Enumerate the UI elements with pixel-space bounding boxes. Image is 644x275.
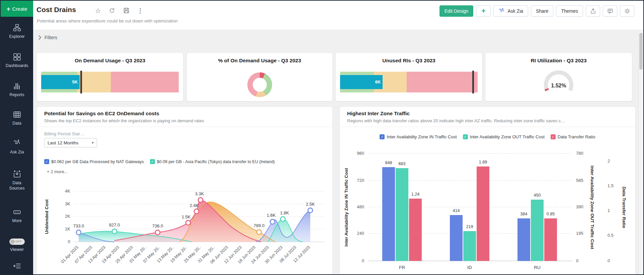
bar-fr-out[interactable] [396, 168, 408, 261]
bar-value: 683 [399, 161, 406, 166]
legend-more-link[interactable]: + 2 more... [47, 169, 68, 174]
plus-icon: + [6, 6, 10, 12]
data-point[interactable] [257, 230, 261, 234]
legend-item-tokyo-ireland[interactable]: ✓ $0.09 per GB - Asia Pacific (Tokyo) da… [150, 159, 275, 164]
y-tick-right-out: 585 [576, 178, 583, 183]
point-label: 789.0 [254, 223, 265, 228]
comment-icon [607, 8, 614, 14]
bullet-band-high [111, 72, 179, 92]
point-label: 1.5K [182, 214, 191, 219]
viewer-toggle[interactable]: OFF [9, 238, 25, 245]
create-label: Create [12, 6, 27, 12]
export-button[interactable] [586, 5, 600, 17]
collapse-sidebar-button[interactable] [1, 262, 33, 270]
sidebar-item-label: Reports [10, 92, 24, 98]
divider [340, 127, 635, 127]
settings-button[interactable] [620, 5, 634, 17]
y-tick-right-ratio: 2 [608, 158, 610, 163]
x-category: RU [534, 265, 541, 270]
sidebar-item-data[interactable]: Data [1, 110, 33, 126]
data-point[interactable] [280, 217, 285, 221]
kpi-card-on-demand-usage[interactable]: On Demand Usage - Q3 2023 5K [37, 53, 183, 101]
vertical-scrollbar[interactable] [638, 30, 643, 274]
data-sources-icon [13, 170, 21, 179]
data-point[interactable] [76, 230, 81, 235]
page-subtitle: Potential areas where expenditure could … [37, 18, 178, 23]
sidebar-item-label: Explorer [9, 34, 25, 40]
x-category: FR [399, 265, 405, 270]
data-point[interactable] [112, 229, 117, 234]
sidebar-item-more[interactable]: More [1, 208, 33, 224]
billing-period-dropdown[interactable]: Last 12 Months ▾ [44, 138, 97, 147]
sidebar-item-label: More [12, 218, 21, 224]
ask-zia-button[interactable]: Ask Zia [493, 5, 528, 17]
chevron-right-icon [38, 35, 42, 40]
panel-subtitle: Regions with high data transfer ratios a… [347, 118, 629, 123]
legend-item-nat-gateways[interactable]: ✓ $0.062 per GB Data Processed by NAT Ga… [44, 159, 144, 164]
dashboards-grid-icon [13, 53, 21, 61]
sidebar-item-explorer[interactable]: Explorer [1, 23, 33, 40]
bar-chart: 960 720 480 240 0 Inter Availability Zon… [340, 144, 635, 275]
point-label: 1.8K [280, 210, 289, 215]
bar-id-ratio[interactable] [477, 166, 489, 261]
y-tick-right-ratio: 0.5 [608, 233, 614, 238]
data-point[interactable] [194, 209, 199, 214]
gear-icon [624, 8, 631, 14]
legend-item-out-traffic[interactable]: ✓ Inter Availability Zone OUT Traffic Co… [463, 134, 545, 139]
refresh-icon[interactable] [108, 7, 115, 14]
data-point[interactable] [198, 198, 203, 202]
create-button[interactable]: + Create [1, 1, 33, 17]
bullet-measure-bar: 6K [340, 75, 383, 89]
filters-toggle[interactable]: Filters [38, 35, 57, 40]
legend-label: Data Transfer Ratio [558, 134, 595, 139]
data-point[interactable] [270, 219, 275, 224]
bar-id-in[interactable] [450, 215, 463, 261]
y-tick-left: 0 [362, 258, 364, 263]
add-button[interactable]: + [476, 5, 491, 17]
bar-fr-in[interactable] [382, 167, 395, 261]
card-title: On Demand Usage - Q3 2023 [37, 58, 183, 64]
bar-value: 450 [534, 193, 541, 198]
y-tick-left: 960 [357, 151, 364, 156]
data-point[interactable] [155, 230, 160, 235]
data-point[interactable] [186, 220, 190, 225]
bullet-chart: 5K [41, 72, 179, 92]
series-legend: ✓ Inter Availability Zone IN Traffic Cos… [340, 134, 635, 139]
themes-button[interactable]: Themes [556, 5, 583, 17]
dropdown-value: Last 12 Months [48, 140, 78, 145]
bar-ru-in[interactable] [517, 218, 530, 261]
favorite-star-icon[interactable]: ☆ [95, 7, 101, 14]
kebab-menu-icon[interactable]: ⋮ [137, 8, 143, 14]
legend-label: Inter Availability Zone OUT Traffic Cost [470, 134, 545, 139]
sidebar-item-dashboards[interactable]: Dashboards [1, 53, 33, 69]
filters-label: Filters [45, 35, 57, 40]
bar-ru-out[interactable] [531, 200, 544, 261]
data-point[interactable] [308, 208, 313, 213]
y-axis-title-left: Inter Availability Zone IN Traffic Cost [344, 168, 349, 247]
kpi-card-unused-ris[interactable]: Unused RIs - Q3 2023 6K [336, 53, 482, 101]
legend-item-transfer-ratio[interactable]: ✓ Data Transfer Ratio [551, 134, 595, 139]
sidebar-item-ask-zia[interactable]: Ask Zia [1, 139, 33, 155]
comments-button[interactable] [603, 5, 617, 17]
y-tick-right-ratio: 0 [608, 258, 610, 263]
checkbox-checked-icon: ✓ [551, 134, 556, 139]
sidebar-item-reports[interactable]: Reports [1, 82, 33, 98]
bar-id-out[interactable] [463, 231, 476, 261]
checkbox-checked-icon: ✓ [380, 134, 385, 139]
kpi-card-pct-on-demand-usage[interactable]: % of On Demand Usage - Q3 2023 [187, 53, 332, 101]
save-icon[interactable] [123, 7, 130, 14]
x-axis-labels: 01 Apr 2023 07 Apr 2023 13 Apr 2023 19 A… [60, 245, 311, 265]
kpi-card-ri-utilization[interactable]: RI Utilization - Q3 2023 1.52% [485, 53, 632, 101]
divider [37, 127, 332, 127]
point-label: 827.0 [109, 222, 120, 227]
edit-design-button[interactable]: Edit Design [439, 5, 474, 17]
sidebar-item-data-sources[interactable]: Data Sources [1, 170, 33, 191]
y-tick-right-out: 390 [576, 204, 583, 209]
panel-ec2-savings: Potential for Savings on EC2 OnDemand co… [37, 107, 332, 275]
legend-item-in-traffic[interactable]: ✓ Inter Availability Zone IN Traffic Cos… [380, 134, 457, 139]
collapse-arrow-icon [13, 262, 21, 270]
bar-fr-ratio[interactable] [409, 199, 422, 261]
bar-ru-ratio[interactable] [544, 218, 557, 261]
share-button[interactable]: Share [531, 5, 553, 17]
scrollbar-thumb[interactable] [639, 33, 643, 70]
